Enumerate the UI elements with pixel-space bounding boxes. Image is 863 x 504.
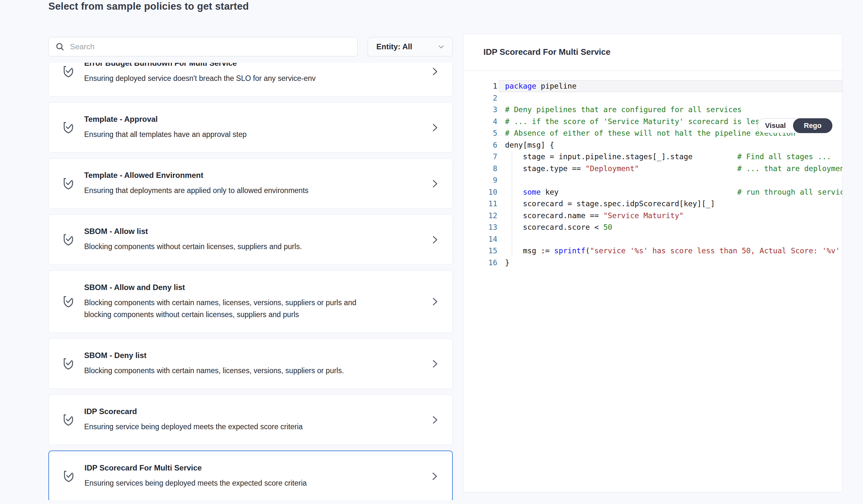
- detail-header: IDP Scorecard For Multi Service: [463, 34, 842, 70]
- code-line: 8 stage.type == "Deployment" # ... that …: [463, 163, 842, 175]
- policy-detail-panel: IDP Scorecard For Multi Service Visual R…: [463, 34, 843, 492]
- chevron-right-icon: [429, 413, 440, 426]
- code-line: 13 scorecard.score < 50: [463, 221, 842, 233]
- shield-check-icon: [62, 232, 76, 247]
- line-number: 10: [463, 186, 497, 198]
- search-input[interactable]: [70, 42, 351, 51]
- code-line-text: package pipeline: [499, 80, 842, 92]
- visual-tab[interactable]: Visual: [758, 119, 793, 133]
- policy-title: Template - Approval: [84, 114, 247, 124]
- code-line-text: scorecard.name == "Service Maturity": [497, 210, 842, 222]
- policy-list: Error Budget Burndown For Multi Service …: [48, 63, 453, 500]
- policy-description: Ensuring deployed service doesn't breach…: [84, 73, 316, 85]
- line-number: 9: [463, 175, 497, 186]
- code-line: 10 some key # run through all services: [463, 186, 842, 198]
- policy-card[interactable]: SBOM - Deny list Blocking components wit…: [48, 338, 453, 389]
- policy-card[interactable]: SBOM - Allow list Blocking components wi…: [48, 214, 453, 265]
- line-number: 11: [463, 198, 497, 210]
- code-line-text: stage.type == "Deployment" # ... that ar…: [497, 163, 842, 175]
- code-lines: 1 package pipeline 2 3 # Deny pipelines …: [463, 80, 842, 269]
- chevron-down-icon: [437, 42, 445, 51]
- code-line: 14: [463, 233, 842, 245]
- code-line-text: # Deny pipelines that are configured for…: [497, 104, 842, 116]
- line-number: 6: [463, 139, 497, 151]
- policy-description: Blocking components with certain names, …: [84, 297, 368, 321]
- code-line: 7 stage = input.pipeline.stages[_].stage…: [463, 151, 842, 163]
- chevron-right-icon: [429, 470, 440, 483]
- code-line-text: deny[msg] {: [497, 139, 842, 151]
- shield-check-icon: [62, 413, 76, 427]
- policy-description: Ensuring services being deployed meets t…: [85, 477, 307, 489]
- code-line: 3 # Deny pipelines that are configured f…: [463, 104, 842, 116]
- chevron-right-icon: [429, 177, 440, 190]
- shield-check-icon: [62, 176, 76, 191]
- entity-filter-label: Entity: All: [376, 42, 412, 51]
- code-line-text: }: [497, 257, 842, 269]
- code-line: 12 scorecard.name == "Service Maturity": [463, 210, 842, 222]
- policy-card[interactable]: IDP Scorecard Ensuring service being dep…: [48, 395, 453, 445]
- line-number: 7: [463, 151, 497, 163]
- rego-tab[interactable]: Rego: [793, 118, 833, 133]
- code-line-text: [497, 233, 842, 245]
- chevron-right-icon: [429, 233, 440, 246]
- policy-title: SBOM - Deny list: [84, 351, 344, 360]
- policy-card[interactable]: Template - Approval Ensuring that all te…: [48, 102, 453, 153]
- code-line: 6 deny[msg] {: [463, 139, 842, 151]
- code-line: 16 }: [463, 257, 842, 269]
- line-number: 4: [463, 116, 497, 128]
- code-line-text: [497, 92, 842, 104]
- code-line: 9: [463, 175, 842, 186]
- policy-card[interactable]: Error Budget Burndown For Multi Service …: [48, 63, 453, 97]
- code-line-text: [497, 175, 842, 186]
- detail-title: IDP Scorecard For Multi Service: [484, 47, 611, 57]
- line-number: 14: [463, 233, 497, 245]
- line-number: 5: [463, 127, 497, 139]
- shield-check-icon: [62, 120, 76, 135]
- chevron-right-icon: [429, 65, 440, 78]
- line-number: 8: [463, 163, 497, 175]
- policy-title: Error Budget Burndown For Multi Service: [84, 63, 316, 68]
- policy-title: IDP Scorecard For Multi Service: [85, 463, 307, 473]
- chevron-right-icon: [429, 357, 440, 370]
- line-number: 13: [463, 221, 497, 233]
- policy-description: Ensuring that deployments are applied on…: [84, 185, 309, 197]
- policy-description: Blocking components without certain lice…: [84, 241, 302, 253]
- rego-code-editor[interactable]: Visual Rego 1 package pipeline 2 3 # Den…: [463, 70, 842, 269]
- policy-description: Ensuring that all templates have an appr…: [84, 129, 247, 141]
- line-number: 3: [463, 104, 497, 116]
- line-number: 12: [463, 210, 497, 222]
- line-number: 2: [463, 92, 497, 104]
- policy-card[interactable]: IDP Scorecard For Multi Service Ensuring…: [48, 451, 453, 500]
- policy-title: Template - Allowed Environment: [84, 170, 309, 180]
- policy-card[interactable]: Template - Allowed Environment Ensuring …: [48, 158, 453, 209]
- line-number: 15: [463, 245, 497, 257]
- shield-check-icon: [62, 469, 76, 484]
- entity-filter-dropdown[interactable]: Entity: All: [368, 37, 453, 56]
- code-line-text: some key # run through all services: [497, 186, 842, 198]
- code-line: 11 scorecard = stage.spec.idpScorecard[k…: [463, 198, 842, 210]
- chevron-right-icon: [429, 121, 440, 134]
- chevron-right-icon: [429, 295, 440, 308]
- line-number: 1: [463, 80, 497, 92]
- code-line-text: msg := sprintf("service '%s' has score l…: [497, 245, 842, 257]
- policy-description: Ensuring service being deployed meets th…: [84, 421, 303, 433]
- search-icon: [55, 42, 65, 52]
- policy-description: Blocking components with certain names, …: [84, 365, 344, 377]
- visual-rego-toggle: Visual Rego: [758, 118, 833, 133]
- policy-title: SBOM - Allow list: [84, 227, 302, 236]
- indent-guide: [512, 151, 512, 257]
- shield-check-icon: [62, 357, 76, 371]
- code-line-text: stage = input.pipeline.stages[_].stage #…: [497, 151, 842, 163]
- code-line: 1 package pipeline: [463, 80, 842, 92]
- policy-title: SBOM - Allow and Deny list: [84, 283, 368, 292]
- code-line-text: scorecard = stage.spec.idpScorecard[key]…: [497, 198, 842, 210]
- shield-check-icon: [62, 64, 76, 79]
- code-line-text: scorecard.score < 50: [497, 221, 842, 233]
- policy-title: IDP Scorecard: [84, 407, 303, 416]
- line-number: 16: [463, 257, 497, 269]
- shield-check-icon: [62, 294, 76, 309]
- page-title: Select from sample policies to get start…: [48, 1, 249, 12]
- search-box[interactable]: [48, 37, 358, 56]
- code-line: 2: [463, 92, 842, 104]
- policy-card[interactable]: SBOM - Allow and Deny list Blocking comp…: [48, 270, 453, 333]
